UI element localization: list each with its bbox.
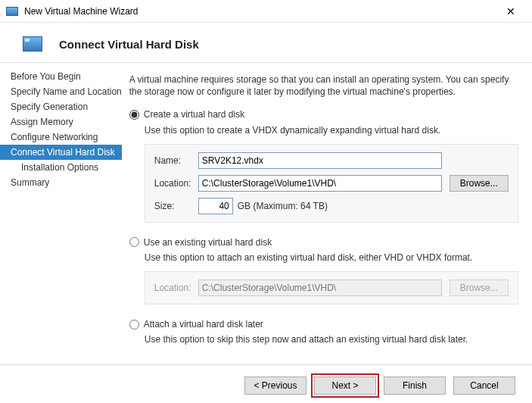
title-bar: New Virtual Machine Wizard ✕ bbox=[0, 0, 532, 23]
step-configure-networking[interactable]: Configure Networking bbox=[0, 130, 122, 145]
option-use-existing[interactable]: Use an existing virtual hard disk bbox=[129, 236, 518, 248]
name-input[interactable] bbox=[198, 152, 442, 169]
previous-button[interactable]: < Previous bbox=[244, 376, 306, 395]
monitor-icon bbox=[23, 36, 42, 52]
create-vhd-form: Name: Location: Browse... Size: GB (Maxi… bbox=[145, 144, 518, 223]
option-attach-later-label: Attach a virtual hard disk later bbox=[144, 318, 263, 330]
wizard-body: Before You Begin Specify Name and Locati… bbox=[0, 63, 532, 364]
size-label: Size: bbox=[154, 200, 198, 212]
radio-attach-later[interactable] bbox=[129, 320, 139, 330]
app-icon bbox=[6, 7, 18, 16]
option-attach-later-desc: Use this option to skip this step now an… bbox=[145, 333, 518, 345]
step-specify-generation[interactable]: Specify Generation bbox=[0, 99, 122, 114]
existing-location-input bbox=[198, 280, 442, 296]
option-use-existing-desc: Use this option to attach an existing vi… bbox=[145, 251, 518, 264]
option-create-vhd-desc: Use this option to create a VHDX dynamic… bbox=[145, 124, 518, 136]
radio-use-existing[interactable] bbox=[129, 237, 139, 247]
finish-button[interactable]: Finish bbox=[384, 376, 446, 395]
cancel-button[interactable]: Cancel bbox=[453, 376, 515, 395]
option-use-existing-label: Use an existing virtual hard disk bbox=[144, 236, 272, 248]
step-before-you-begin[interactable]: Before You Begin bbox=[0, 69, 122, 84]
browse-button[interactable]: Browse... bbox=[450, 175, 509, 192]
wizard-footer: < Previous Next > Finish Cancel bbox=[0, 364, 532, 403]
location-label: Location: bbox=[154, 177, 198, 189]
option-attach-later[interactable]: Attach a virtual hard disk later bbox=[129, 318, 518, 330]
wizard-steps: Before You Begin Specify Name and Locati… bbox=[0, 63, 122, 364]
option-create-vhd[interactable]: Create a virtual hard disk bbox=[129, 108, 518, 120]
name-label: Name: bbox=[154, 155, 198, 167]
close-icon: ✕ bbox=[506, 5, 515, 17]
close-button[interactable]: ✕ bbox=[496, 1, 526, 22]
wizard-content: A virtual machine requires storage so th… bbox=[122, 63, 532, 364]
step-assign-memory[interactable]: Assign Memory bbox=[0, 114, 122, 130]
existing-location-label: Location: bbox=[154, 282, 198, 294]
step-installation-options[interactable]: Installation Options bbox=[0, 160, 122, 175]
step-summary[interactable]: Summary bbox=[0, 175, 122, 190]
size-input[interactable] bbox=[198, 198, 233, 214]
step-specify-name-location[interactable]: Specify Name and Location bbox=[0, 84, 122, 99]
step-connect-virtual-hard-disk[interactable]: Connect Virtual Hard Disk bbox=[0, 145, 122, 160]
intro-text: A virtual machine requires storage so th… bbox=[129, 73, 518, 98]
radio-create-vhd[interactable] bbox=[129, 110, 139, 120]
location-input[interactable] bbox=[198, 175, 442, 192]
next-button[interactable]: Next > bbox=[314, 376, 376, 395]
page-title: Connect Virtual Hard Disk bbox=[59, 38, 199, 51]
wizard-header: Connect Virtual Hard Disk bbox=[0, 23, 532, 63]
existing-browse-button: Browse... bbox=[450, 280, 509, 296]
size-suffix: GB (Maximum: 64 TB) bbox=[238, 200, 328, 212]
window-title: New Virtual Machine Wizard bbox=[24, 6, 496, 17]
option-create-vhd-label: Create a virtual hard disk bbox=[144, 108, 244, 120]
use-existing-form: Location: Browse... bbox=[145, 271, 518, 305]
